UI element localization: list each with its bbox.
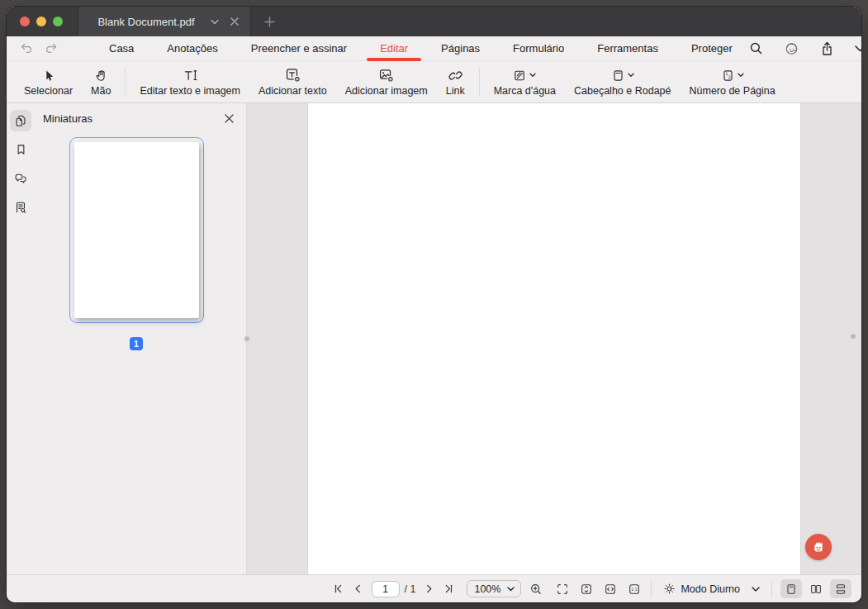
add-image-icon: [378, 67, 394, 83]
link-icon: [448, 67, 462, 83]
tab-casa[interactable]: Casa: [92, 37, 150, 60]
last-page-icon[interactable]: [439, 579, 458, 599]
statusbar-separator: [651, 581, 652, 597]
fit-width-icon[interactable]: [600, 579, 620, 599]
document-search-icon[interactable]: [10, 197, 31, 218]
collapse-toolbar-chevron-down-icon[interactable]: [855, 45, 861, 52]
actual-size-icon[interactable]: 1:1: [624, 579, 644, 599]
fit-page-icon[interactable]: [553, 579, 572, 599]
page-number-input[interactable]: [372, 581, 400, 597]
fit-height-icon[interactable]: [576, 579, 596, 599]
previous-page-icon[interactable]: [349, 579, 368, 599]
tab-paginas[interactable]: Páginas: [425, 37, 496, 60]
tab-proteger[interactable]: Proteger: [675, 37, 749, 60]
titlebar: Blank Document.pdf: [7, 7, 861, 36]
cursor-icon: [42, 67, 55, 83]
edit-toolbar: Selecionar Mão Editar texto e imagem: [7, 60, 861, 103]
comments-icon[interactable]: [10, 168, 31, 189]
zoom-level-select[interactable]: 100%: [467, 580, 521, 597]
chevron-down-icon: [529, 73, 536, 78]
toolbar-separator: [125, 67, 126, 97]
watermark-icon: [513, 67, 527, 83]
tool-adicionar-texto[interactable]: Adicionar texto: [249, 67, 336, 97]
panel-resize-handle[interactable]: [244, 336, 249, 341]
tool-selecionar[interactable]: Selecionar: [15, 67, 82, 97]
tool-mao[interactable]: Mão: [82, 67, 120, 97]
ribbon-tabs: Casa Anotações Preencher e assinar Edita…: [92, 37, 749, 60]
menubar: Casa Anotações Preencher e assinar Edita…: [7, 36, 861, 60]
ai-assistant-button[interactable]: [805, 534, 832, 560]
add-text-icon: [285, 67, 301, 83]
search-icon[interactable]: [749, 41, 763, 55]
thumbnails-icon[interactable]: [10, 110, 31, 131]
window-controls: [7, 7, 78, 36]
hand-icon: [94, 67, 108, 83]
zoom-window-button[interactable]: [53, 17, 63, 26]
two-page-view-icon[interactable]: [805, 579, 827, 598]
document-tab[interactable]: Blank Document.pdf: [78, 7, 251, 36]
undo-icon[interactable]: [20, 42, 33, 55]
toolbar-separator: [479, 67, 480, 97]
close-window-button[interactable]: [20, 17, 30, 26]
single-page-view-icon[interactable]: [780, 579, 802, 598]
tab-close-icon[interactable]: [227, 14, 242, 29]
bookmarks-icon[interactable]: [10, 139, 31, 160]
svg-text:1:1: 1:1: [631, 587, 638, 592]
zoom-level-value: 100%: [474, 583, 500, 595]
tab-formulario[interactable]: Formulário: [496, 37, 581, 60]
chevron-down-icon: [507, 587, 515, 592]
page-number-icon: 1 2: [721, 67, 735, 83]
redo-icon[interactable]: [45, 42, 58, 55]
edit-text-image-icon: [183, 67, 198, 83]
tab-editar[interactable]: Editar: [363, 37, 425, 60]
page-total-label: / 1: [405, 583, 416, 595]
page-number-badge: 1: [130, 337, 143, 350]
sun-icon: [663, 583, 676, 595]
first-page-icon[interactable]: [329, 579, 349, 599]
history-buttons: [7, 42, 58, 55]
tab-preencher-e-assinar[interactable]: Preencher e assinar: [235, 37, 363, 60]
page-thumbnail[interactable]: [69, 137, 204, 323]
panel-title: Miniaturas: [43, 112, 92, 125]
content-area: Miniaturas 1: [7, 103, 861, 574]
tool-numero-de-pagina[interactable]: 1 2 Número de Página: [680, 67, 784, 97]
app-window: Blank Document.pdf Casa Anotações Preenc…: [7, 7, 861, 602]
support-icon[interactable]: [784, 40, 799, 56]
display-mode-select[interactable]: Modo Diurno: [658, 583, 765, 595]
chevron-down-icon: [628, 73, 634, 78]
statusbar-separator: [771, 581, 772, 597]
panel-close-icon[interactable]: [221, 111, 236, 126]
minimize-window-button[interactable]: [36, 17, 46, 26]
header-footer-icon: [611, 67, 625, 83]
chevron-down-icon: [738, 73, 744, 78]
tool-editar-texto-e-imagem[interactable]: Editar texto e imagem: [130, 67, 249, 97]
continuous-scroll-view-icon[interactable]: [830, 579, 851, 598]
statusbar: / 1 100% 1:1: [7, 574, 861, 602]
robot-icon: [809, 538, 828, 556]
tab-anotacoes[interactable]: Anotações: [150, 37, 234, 60]
chevron-down-icon: [752, 587, 760, 592]
sidebar-rail: [7, 103, 35, 574]
document-tab-title: Blank Document.pdf: [90, 16, 202, 28]
tool-adicionar-imagem[interactable]: Adicionar imagem: [336, 67, 437, 97]
zoom-in-icon[interactable]: [526, 579, 546, 599]
pdf-page[interactable]: [308, 103, 800, 574]
new-tab-button[interactable]: [251, 7, 287, 36]
tool-link[interactable]: Link: [437, 67, 474, 97]
scrollbar-handle[interactable]: [851, 334, 856, 339]
page-thumbnail-preview: [74, 142, 199, 318]
tool-marca-dagua[interactable]: Marca d'água: [485, 67, 565, 97]
share-icon[interactable]: [820, 41, 834, 56]
tab-options-chevron-down-icon[interactable]: [207, 14, 222, 29]
next-page-icon[interactable]: [419, 579, 439, 599]
tool-cabecalho-e-rodape[interactable]: Cabeçalho e Rodapé: [565, 67, 680, 97]
svg-text:2: 2: [728, 74, 730, 79]
tab-ferramentas[interactable]: Ferramentas: [581, 37, 675, 60]
thumbnails-panel: Miniaturas 1: [35, 103, 247, 574]
menubar-right-actions: [749, 40, 861, 56]
document-canvas: [247, 103, 861, 574]
display-mode-value: Modo Diurno: [681, 583, 740, 595]
